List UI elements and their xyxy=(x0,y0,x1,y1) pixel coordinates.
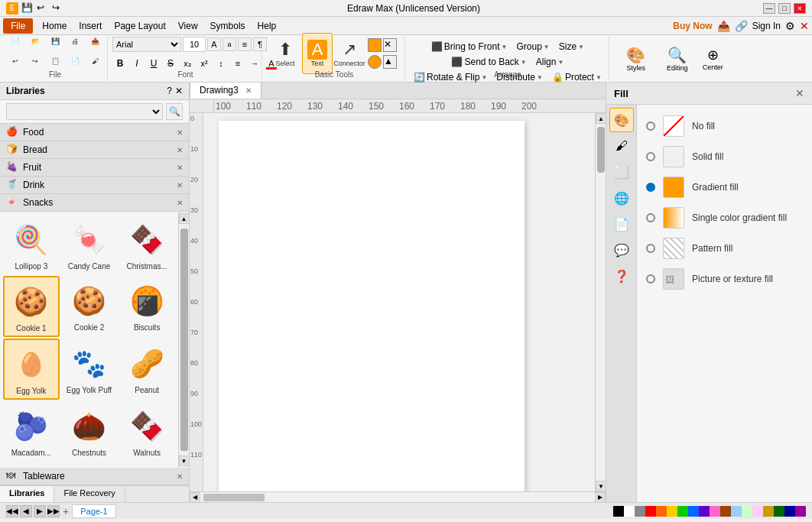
fill-option-texture[interactable]: 🖼 Picture or texture fill xyxy=(637,264,812,294)
underline-btn[interactable]: U xyxy=(146,56,161,71)
color-swatch[interactable] xyxy=(710,506,720,517)
select-tool-btn[interactable]: ⬆ Select xyxy=(270,33,300,74)
italic-btn[interactable]: I xyxy=(129,56,145,71)
drawing-canvas[interactable] xyxy=(203,113,595,491)
nav-next[interactable]: ▶ xyxy=(34,505,46,517)
copy-btn[interactable]: 📄 xyxy=(66,52,84,70)
color-swatch[interactable] xyxy=(645,506,656,517)
fill-option-solid[interactable]: Solid fill xyxy=(637,141,812,172)
text-tool-btn[interactable]: A Text xyxy=(302,33,333,74)
color-swatch[interactable] xyxy=(699,506,710,517)
shape-cross-btn[interactable]: ✕ xyxy=(383,38,397,52)
menu-symbols[interactable]: Symbols xyxy=(204,19,252,33)
lib-item-cookie2[interactable]: 🍪 Cookie 2 xyxy=(61,276,118,337)
share-icon[interactable]: 📤 xyxy=(717,20,730,32)
shape-rect-btn[interactable] xyxy=(368,38,382,52)
font-family-select[interactable]: Arial xyxy=(112,37,181,52)
fill-solid-radio[interactable] xyxy=(646,152,655,161)
snacks-close-icon[interactable]: ✕ xyxy=(177,199,183,207)
scroll-v-thumb[interactable] xyxy=(597,127,605,173)
libraries-close-icon[interactable]: ✕ xyxy=(175,86,183,96)
fill-none-radio[interactable] xyxy=(646,122,655,131)
menu-help[interactable]: Help xyxy=(252,19,283,33)
tableware-close-icon[interactable]: ✕ xyxy=(177,472,183,481)
fill-gradient-radio[interactable] xyxy=(646,183,655,192)
fill-chat-icon[interactable]: 💬 xyxy=(609,238,634,262)
color-swatch[interactable] xyxy=(784,506,795,517)
quick-save-icon[interactable]: 💾 xyxy=(21,2,34,15)
fill-option-gradient[interactable]: Gradient fill xyxy=(637,172,812,203)
indent-btn[interactable]: → xyxy=(247,56,262,71)
close-button[interactable]: ✕ xyxy=(794,3,806,14)
new-btn[interactable]: 📄 xyxy=(6,32,24,50)
lib-item-cookie1[interactable]: 🍪 Cookie 1 xyxy=(3,276,60,337)
paste-btn[interactable]: 📋 xyxy=(46,52,64,70)
libraries-tab[interactable]: Libraries xyxy=(0,486,54,502)
export-btn[interactable]: 📤 xyxy=(86,32,104,50)
add-page-btn[interactable]: + xyxy=(63,505,69,517)
maximize-button[interactable]: □ xyxy=(778,3,791,14)
line-spacing-btn[interactable]: ↕ xyxy=(213,56,229,71)
fill-doc-icon[interactable]: 📄 xyxy=(609,212,634,236)
color-swatch[interactable] xyxy=(752,506,763,517)
align-btn[interactable]: Align ▼ xyxy=(532,55,568,69)
lib-category-tableware[interactable]: 🍽 Tableware ✕ xyxy=(0,468,189,485)
quick-redo-icon[interactable]: ↪ xyxy=(52,2,64,15)
connector-tool-btn[interactable]: ↗ Connector xyxy=(334,33,365,74)
menu-view[interactable]: View xyxy=(172,19,204,33)
color-swatch[interactable] xyxy=(688,506,699,517)
page-tab[interactable]: Page-1 xyxy=(72,504,115,518)
subscript-btn[interactable]: x₂ xyxy=(180,56,195,71)
fill-paint-icon[interactable]: 🎨 xyxy=(609,108,634,132)
lib-category-fruit[interactable]: 🍇 Fruit ✕ xyxy=(0,159,189,177)
tab-close-icon[interactable]: ✕ xyxy=(245,86,252,95)
font-decrease-btn[interactable]: a xyxy=(222,37,236,51)
fill-globe-icon[interactable]: 🌐 xyxy=(609,186,634,210)
color-swatch[interactable] xyxy=(667,506,677,517)
styles-btn[interactable]: 🎨 Styles xyxy=(617,38,655,79)
lib-item-biscuits[interactable]: 🍘 Biscuits xyxy=(119,276,175,337)
bread-close-icon[interactable]: ✕ xyxy=(177,146,183,154)
font-increase-btn[interactable]: A xyxy=(207,37,221,51)
close-app-icon[interactable]: ✕ xyxy=(800,20,809,32)
open-btn[interactable]: 📂 xyxy=(26,32,44,50)
fruit-close-icon[interactable]: ✕ xyxy=(177,164,183,172)
superscript-btn[interactable]: x² xyxy=(197,56,212,71)
lib-category-dropdown[interactable] xyxy=(6,103,163,120)
lib-scroll-down[interactable]: ▼ xyxy=(179,456,190,466)
align-btn[interactable]: ≡ xyxy=(238,37,252,51)
lib-item-chestnuts[interactable]: 🌰 Chestnuts xyxy=(61,401,118,461)
drink-close-icon[interactable]: ✕ xyxy=(177,181,183,190)
lib-item-macadam[interactable]: 🫐 Macadam... xyxy=(3,401,60,461)
menu-file[interactable]: File xyxy=(3,18,33,34)
color-swatch[interactable] xyxy=(677,506,688,517)
bold-btn[interactable]: B xyxy=(112,56,128,71)
fill-option-none[interactable]: No fill xyxy=(637,111,812,141)
menu-page-layout[interactable]: Page Layout xyxy=(108,19,171,33)
center-btn[interactable]: ⊕ xyxy=(707,47,719,63)
color-swatch[interactable] xyxy=(635,506,645,517)
size-btn[interactable]: Size ▼ xyxy=(555,40,588,53)
nav-last[interactable]: ▶▶ xyxy=(47,505,60,517)
quick-undo-icon[interactable]: ↩ xyxy=(37,2,49,15)
bring-to-front-btn[interactable]: ⬛ Bring to Front ▼ xyxy=(427,40,512,53)
font-size-input[interactable] xyxy=(183,37,206,52)
lib-item-eggyolk[interactable]: 🥚 Egg Yolk xyxy=(3,339,60,400)
color-swatch[interactable] xyxy=(656,506,667,517)
color-swatch[interactable] xyxy=(731,506,742,517)
fill-option-single-gradient[interactable]: Single color gradient fill xyxy=(637,203,812,233)
color-swatch[interactable] xyxy=(763,506,774,517)
shape-triangle-btn[interactable]: ▲ xyxy=(383,55,397,69)
nav-first[interactable]: ◀◀ xyxy=(6,505,18,517)
fill-help-icon[interactable]: ❓ xyxy=(609,264,634,288)
send-to-back-btn[interactable]: ⬛ Send to Back ▼ xyxy=(447,55,530,69)
color-swatch[interactable] xyxy=(613,506,624,517)
save-btn[interactable]: 💾 xyxy=(46,32,64,50)
buy-now-link[interactable]: Buy Now xyxy=(673,21,712,31)
color-swatch[interactable] xyxy=(795,506,806,517)
file-recovery-tab[interactable]: File Recovery xyxy=(54,486,125,502)
format-copy-btn[interactable]: 🖌 xyxy=(86,52,104,70)
lib-category-food[interactable]: 🍎 Food ✕ xyxy=(0,124,189,141)
shape-circle-btn[interactable] xyxy=(368,55,382,69)
color-swatch[interactable] xyxy=(720,506,731,517)
